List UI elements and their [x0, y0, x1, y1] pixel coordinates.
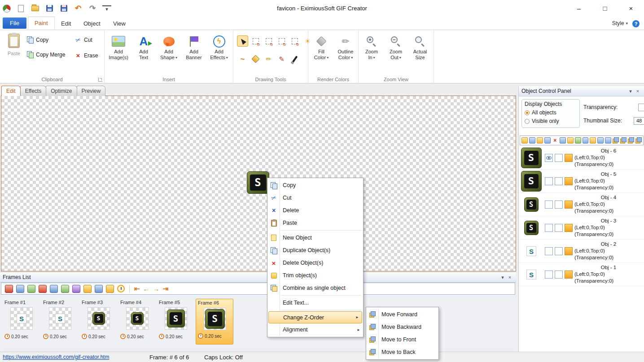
edit-object-icon[interactable]	[560, 137, 566, 144]
customize-quick-access-icon[interactable]: ▾	[102, 5, 111, 12]
menu-paste[interactable]: Paste	[267, 217, 363, 229]
zoom-out-button[interactable]: Zoom Out▾	[384, 34, 408, 61]
menu-duplicate-objects[interactable]: Duplicate Object(s)	[267, 244, 363, 257]
frame-item-3[interactable]: Frame #3 0.20 sec	[80, 299, 118, 345]
move-forward-icon[interactable]	[613, 137, 619, 144]
export-icon[interactable]	[59, 4, 68, 13]
panel-close-icon[interactable]: ×	[634, 87, 641, 95]
close-button[interactable]: ×	[618, 0, 644, 17]
frame-effects-icon[interactable]	[95, 285, 103, 293]
menu-alignment[interactable]: Alignment►	[267, 323, 363, 336]
zoom-in-button[interactable]: Zoom In▾	[359, 34, 384, 61]
combine-object-icon[interactable]	[575, 137, 581, 144]
trim-object-icon[interactable]	[567, 137, 574, 144]
add-banner-button[interactable]: Add Banner	[182, 34, 206, 61]
fill-tool[interactable]	[250, 53, 261, 65]
canvas-tab-preview[interactable]: Preview	[77, 86, 106, 96]
object-row-4[interactable]: Obj - 4 (Left:0,Top:0) (Transparency:0)	[519, 193, 644, 216]
properties-object-icon[interactable]	[597, 137, 604, 144]
save-icon[interactable]	[45, 4, 54, 13]
menu-delete-objects[interactable]: ×Delete Object(s)	[267, 257, 363, 269]
add-text-button[interactable]: Add Text	[131, 34, 156, 61]
object-properties-icon[interactable]	[565, 270, 573, 279]
transform-tool-4[interactable]	[289, 35, 300, 47]
object-checkbox[interactable]	[555, 201, 563, 209]
website-link[interactable]: https://www.eximioussoft.com/gif-creator…	[3, 354, 109, 360]
previous-frame-icon[interactable]: ←	[143, 285, 150, 292]
new-object-icon[interactable]	[521, 137, 528, 144]
erase-button[interactable]: × Erase	[74, 52, 98, 59]
style-button[interactable]: Style ▾	[612, 20, 628, 26]
object-row-1[interactable]: Obj - 1 (Left:0,Top:0) (Transparency:0)	[519, 263, 644, 286]
object-checkbox[interactable]	[555, 247, 563, 255]
object-properties-icon[interactable]	[565, 201, 573, 209]
move-to-back-icon[interactable]	[635, 137, 642, 144]
transform-tool-3[interactable]	[276, 35, 287, 47]
open-file-icon[interactable]	[31, 4, 39, 13]
duplicate-object-icon[interactable]	[529, 137, 535, 144]
copy-frame-icon[interactable]	[27, 285, 35, 293]
menu-trim-objects[interactable]: Trim object(s)	[267, 269, 363, 282]
select-tool[interactable]	[237, 35, 248, 47]
paste-object-icon[interactable]	[544, 137, 551, 144]
radio-all-objects[interactable]: All objects	[525, 109, 577, 116]
frame-item-2[interactable]: Frame #2 0.20 sec	[41, 299, 79, 345]
marker-tool[interactable]: ✎	[276, 53, 287, 65]
paste-button[interactable]: Paste	[4, 34, 24, 56]
radio-visible-only[interactable]: Visible only	[525, 118, 577, 124]
transform-tool-2[interactable]	[263, 35, 274, 47]
object-row-2[interactable]: Obj - 2 (Left:0,Top:0) (Transparency:0)	[519, 240, 644, 263]
submenu-move-forward[interactable]: Move Forward	[366, 308, 438, 321]
lasso-tool[interactable]: ~	[237, 53, 248, 65]
frame-item-6-selected[interactable]: Frame #6 0.20 sec	[196, 299, 233, 345]
move-to-front-icon[interactable]	[628, 137, 634, 144]
object-visible-toggle[interactable]	[545, 270, 553, 279]
copy-button[interactable]: Copy	[27, 36, 65, 43]
menu-copy[interactable]: Copy	[267, 179, 363, 192]
object-visible-toggle[interactable]	[545, 201, 553, 209]
help-icon[interactable]: ?	[632, 20, 640, 27]
object-checkbox[interactable]	[555, 154, 563, 162]
tab-view[interactable]: View	[107, 17, 132, 30]
object-properties-icon[interactable]	[565, 177, 573, 185]
new-file-icon[interactable]	[16, 4, 25, 13]
undo-icon[interactable]: ↶	[74, 4, 83, 13]
delete-frame-icon[interactable]	[39, 285, 47, 293]
canvas-object[interactable]	[247, 171, 269, 194]
transform-tool-1[interactable]	[250, 35, 261, 47]
brush-tool[interactable]	[289, 53, 300, 65]
canvas[interactable]	[1, 96, 516, 271]
object-visible-toggle[interactable]	[545, 177, 553, 185]
thumbnail-size-value[interactable]: 48	[634, 117, 644, 125]
canvas-tab-effects[interactable]: Effects	[20, 86, 46, 96]
actual-size-button[interactable]: Actual Size	[408, 34, 432, 61]
copy-merge-button[interactable]: Copy Merge	[27, 51, 65, 58]
import-frames-icon[interactable]	[50, 285, 58, 293]
last-frame-icon[interactable]: ⇥	[163, 285, 169, 293]
maximize-button[interactable]: □	[592, 0, 618, 17]
frames-collapse-icon[interactable]: ▾	[499, 274, 506, 281]
next-frame-icon[interactable]: →	[153, 285, 160, 292]
transparency-input[interactable]	[638, 104, 644, 111]
tab-paint[interactable]: Paint	[28, 17, 55, 30]
submenu-move-backward[interactable]: Move Backward	[366, 321, 438, 333]
fill-color-button[interactable]: Fill Color▾	[309, 34, 333, 61]
frames-close-icon[interactable]: ×	[506, 274, 513, 281]
menu-delete[interactable]: ×Delete	[267, 204, 363, 217]
add-effects-button[interactable]: ϟ Add Effects▾	[207, 34, 231, 61]
clipboard-dialog-launcher-icon[interactable]	[98, 78, 102, 82]
object-row-3[interactable]: Obj - 3 (Left:0,Top:0) (Transparency:0)	[519, 216, 644, 240]
canvas-tab-edit[interactable]: Edit	[1, 86, 21, 96]
object-row-5[interactable]: Obj - 5 (Left:0,Top:0) (Transparency:0)	[519, 170, 644, 193]
add-frame-icon[interactable]	[5, 285, 13, 293]
object-checkbox[interactable]	[555, 270, 563, 279]
frame-time-icon[interactable]	[117, 285, 125, 292]
menu-change-z-order[interactable]: Change Z-Order►	[268, 311, 362, 323]
object-checkbox[interactable]	[555, 224, 563, 232]
menu-cut[interactable]: ✂Cut	[267, 192, 363, 204]
object-row-6[interactable]: Obj - 6 (Left:0,Top:0) (Transparency:0)	[519, 146, 644, 170]
object-properties-icon[interactable]	[565, 224, 573, 232]
cut-button[interactable]: ✂ Cut	[74, 36, 98, 44]
canvas-tab-optimize[interactable]: Optimize	[46, 86, 77, 96]
frame-item-5[interactable]: Frame #5 0.20 sec	[157, 299, 195, 345]
